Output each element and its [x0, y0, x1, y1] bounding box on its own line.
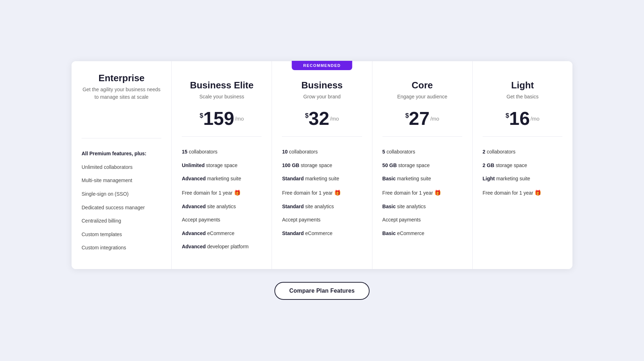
price-period-core: /mo: [430, 116, 439, 122]
feature-rest-enterprise-4: Dedicated success manager: [82, 205, 145, 210]
feature-rest-business-elite-6: eCommerce: [206, 230, 234, 236]
feature-bold-business-elite-4: Advanced: [182, 204, 206, 209]
feature-rest-business-elite-1: storage space: [205, 162, 238, 168]
price-dollar-business-elite: $: [200, 112, 203, 119]
feature-bold-light-2: Light: [483, 176, 495, 181]
feature-rest-business-5: Accept payments: [282, 217, 320, 223]
price-period-business-elite: /mo: [235, 116, 244, 122]
plan-divider-business-elite: [182, 136, 262, 137]
feature-item-enterprise-1: Unlimited collaborators: [82, 161, 161, 174]
plan-name-light: Light: [483, 80, 562, 91]
feature-rest-business-0: collaborators: [288, 149, 318, 155]
feature-rest-business-6: eCommerce: [304, 230, 332, 236]
price-dollar-light: $: [506, 112, 509, 119]
feature-bold-light-0: 2: [483, 149, 486, 155]
feature-item-business-elite-3: Free domain for 1 year🎁: [182, 186, 262, 200]
plan-price-business: $ 32 /mo: [282, 109, 362, 128]
feature-rest-enterprise-6: Custom templates: [82, 231, 122, 237]
feature-item-light-1: 2 GB storage space: [483, 159, 562, 172]
feature-list-business: 10 collaborators100 GB storage spaceStan…: [282, 145, 362, 240]
feature-item-enterprise-2: Multi-site management: [82, 174, 161, 187]
feature-list-light: 2 collaborators2 GB storage spaceLight m…: [483, 145, 562, 200]
feature-bold-core-4: Basic: [382, 204, 396, 209]
feature-rest-core-5: Accept payments: [382, 217, 421, 223]
feature-item-light-0: 2 collaborators: [483, 145, 562, 159]
feature-rest-enterprise-2: Multi-site management: [82, 177, 132, 183]
feature-rest-enterprise-3: Single-sign on (SSO): [82, 191, 129, 197]
feature-item-business-elite-2: Advanced marketing suite: [182, 172, 262, 186]
feature-rest-core-0: collaborators: [385, 149, 415, 155]
feature-rest-business-elite-2: marketing suite: [206, 176, 241, 181]
plan-price-light: $ 16 /mo: [483, 109, 562, 128]
feature-item-business-4: Standard site analytics: [282, 200, 362, 214]
gift-icon-core-3: 🎁: [434, 189, 441, 196]
plan-tagline-light: Get the basics: [483, 93, 562, 101]
price-amount-business-elite: 159: [203, 109, 234, 128]
feature-item-light-3: Free domain for 1 year🎁: [483, 186, 562, 200]
feature-rest-business-2: marketing suite: [304, 176, 339, 181]
price-dollar-business: $: [305, 112, 309, 119]
feature-rest-core-2: marketing suite: [396, 176, 431, 181]
feature-rest-core-1: storage space: [397, 162, 430, 168]
feature-item-business-elite-1: Unlimited storage space: [182, 159, 262, 172]
feature-item-enterprise-4: Dedicated success manager: [82, 201, 161, 215]
compare-plan-features-button[interactable]: Compare Plan Features: [274, 282, 370, 300]
plan-col-business-elite: Business EliteScale your business $ 159 …: [172, 61, 272, 269]
plan-divider-business: [282, 136, 362, 137]
feature-bold-business-elite-1: Unlimited: [182, 162, 205, 168]
price-amount-light: 16: [509, 109, 530, 128]
gift-icon-light-3: 🎁: [535, 189, 541, 196]
price-amount-business: 32: [309, 109, 330, 128]
feature-list-core: 5 collaborators50 GB storage spaceBasic …: [382, 145, 462, 240]
feature-bold-business-1: 100 GB: [282, 162, 299, 168]
plan-tagline-business-elite: Scale your business: [182, 93, 262, 101]
feature-rest-light-0: collaborators: [486, 149, 516, 155]
feature-item-business-elite-6: Advanced eCommerce: [182, 227, 262, 240]
feature-rest-business-3: Free domain for 1 year: [282, 190, 333, 196]
feature-item-core-5: Accept payments: [382, 213, 462, 227]
feature-rest-business-elite-4: site analytics: [206, 204, 236, 209]
feature-bold-business-elite-0: 15: [182, 149, 187, 155]
feature-item-business-0: 10 collaborators: [282, 145, 362, 159]
feature-rest-business-1: storage space: [299, 162, 332, 168]
feature-rest-core-3: Free domain for 1 year: [382, 190, 433, 196]
feature-rest-core-4: site analytics: [396, 204, 426, 209]
feature-item-enterprise-7: Custom integrations: [82, 241, 161, 255]
feature-bold-business-elite-6: Advanced: [182, 230, 206, 236]
plans-container: EnterpriseGet the agility your business …: [72, 61, 572, 269]
plan-col-light: LightGet the basics $ 16 /mo 2 collabora…: [473, 61, 572, 269]
feature-rest-enterprise-1: Unlimited collaborators: [82, 164, 132, 170]
feature-item-enterprise-6: Custom templates: [82, 228, 161, 242]
feature-rest-core-6: eCommerce: [396, 230, 424, 236]
feature-item-enterprise-3: Single-sign on (SSO): [82, 187, 161, 201]
feature-bold-core-1: 50 GB: [382, 162, 397, 168]
plan-name-business-elite: Business Elite: [182, 80, 262, 91]
pricing-wrapper: EnterpriseGet the agility your business …: [72, 61, 572, 300]
feature-item-core-1: 50 GB storage space: [382, 159, 462, 172]
feature-item-core-4: Basic site analytics: [382, 200, 462, 214]
recommended-badge: RECOMMENDED: [292, 61, 352, 70]
feature-bold-business-2: Standard: [282, 176, 304, 181]
feature-rest-business-elite-0: collaborators: [187, 149, 218, 155]
plan-col-core: CoreEngage your audience $ 27 /mo 5 coll…: [372, 61, 473, 269]
feature-bold-business-0: 10: [282, 149, 288, 155]
feature-rest-business-4: site analytics: [304, 204, 334, 209]
feature-bold-light-1: 2 GB: [483, 162, 494, 168]
feature-item-business-elite-7: Advanced developer platform: [182, 240, 262, 254]
feature-item-enterprise-5: Centralized billing: [82, 214, 161, 228]
gift-icon-business-3: 🎁: [334, 189, 341, 196]
feature-rest-business-elite-7: developer platform: [206, 244, 249, 249]
feature-item-business-6: Standard eCommerce: [282, 227, 362, 240]
plan-name-enterprise: Enterprise: [82, 73, 161, 84]
price-period-business: /mo: [330, 116, 339, 122]
plan-tagline-enterprise: Get the agility your business needs to m…: [82, 86, 161, 101]
feature-bold-enterprise-0: All Premium features, plus:: [82, 151, 146, 156]
feature-list-enterprise: All Premium features, plus:Unlimited col…: [82, 147, 161, 255]
plan-divider-core: [382, 136, 462, 137]
feature-rest-enterprise-5: Centralized billing: [82, 218, 121, 224]
price-dollar-core: $: [405, 112, 409, 119]
feature-item-business-2: Standard marketing suite: [282, 172, 362, 186]
price-period-light: /mo: [531, 116, 540, 122]
feature-bold-core-2: Basic: [382, 176, 396, 181]
feature-rest-light-1: storage space: [494, 162, 527, 168]
